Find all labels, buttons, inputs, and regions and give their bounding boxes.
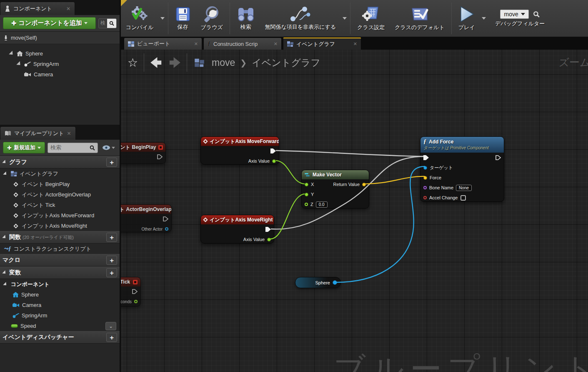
name-pin-in[interactable] xyxy=(423,186,427,189)
section-variables[interactable]: 変数 ＋ xyxy=(0,266,120,279)
find-label: 検索 xyxy=(240,23,251,31)
play-button[interactable]: プレイ xyxy=(453,0,480,37)
construction-script-row[interactable]: ⤳ƒ コンストラクションスクリプト xyxy=(0,244,120,254)
variable-row-sphere[interactable]: Sphere xyxy=(0,289,120,300)
target-pin-in[interactable] xyxy=(423,166,427,170)
close-icon[interactable]: ✕ xyxy=(353,41,357,47)
float-pin-out[interactable] xyxy=(134,300,138,303)
event-label: インプットAxis MoveRight xyxy=(22,222,87,230)
close-icon[interactable]: ✕ xyxy=(274,41,278,47)
tab-viewport[interactable]: ビューポート ✕ xyxy=(124,38,202,50)
section-graphs-label: グラフ xyxy=(9,158,27,166)
section-macros[interactable]: マクロ ＋ xyxy=(0,254,120,266)
tab-event-graph[interactable]: イベントグラフ ✕ xyxy=(283,38,361,50)
float-pin-out[interactable] xyxy=(272,159,276,163)
pin-value-input[interactable]: None xyxy=(456,185,472,191)
class-settings-button[interactable]: クラス設定 xyxy=(352,0,390,37)
tree-row-camera[interactable]: Camera xyxy=(0,69,120,80)
node-add-force[interactable]: ƒ Add Force ターゲットは Primitive Component タ… xyxy=(420,136,504,202)
variable-row-springarm[interactable]: SpringArm xyxy=(0,310,120,321)
add-new-button[interactable]: ✚ 新規追加 xyxy=(3,142,45,153)
event-item-moveright[interactable]: インプットAxis MoveRight xyxy=(0,221,120,231)
breadcrumb-current[interactable]: イベントグラフ xyxy=(252,56,320,69)
object-pin-out[interactable] xyxy=(333,280,337,285)
myblueprint-search-input[interactable]: 検索 xyxy=(48,143,98,153)
event-item-beginplay[interactable]: イベント BeginPlay xyxy=(0,179,120,189)
tree-row-sphere[interactable]: Sphere xyxy=(0,48,120,59)
forward-arrow-icon[interactable] xyxy=(168,57,181,68)
hide-unrelated-button[interactable]: 無関係な項目を非表示にする xyxy=(260,0,341,37)
variable-row-speed[interactable]: Speed ⌄ xyxy=(0,321,120,331)
add-dispatcher-button[interactable]: ＋ xyxy=(106,333,117,342)
exec-pin-out[interactable] xyxy=(132,289,138,294)
event-item-moveforward[interactable]: インプットAxis MoveForward xyxy=(0,210,120,221)
checkbox[interactable] xyxy=(460,195,466,201)
bool-pin-in[interactable] xyxy=(423,196,427,199)
chevron-down-icon[interactable] xyxy=(343,17,347,20)
float-pin-in[interactable] xyxy=(305,203,308,206)
exec-pin-out[interactable] xyxy=(495,155,501,160)
node-make-vector[interactable]: Make Vector X Return Value Y Z 0.0 xyxy=(301,170,369,209)
pin-label: Z xyxy=(310,202,313,207)
expander-icon[interactable] xyxy=(9,51,14,56)
tab-construction-script[interactable]: ƒ Construction Scrip ✕ xyxy=(203,38,282,50)
vector-pin-out[interactable] xyxy=(362,183,366,186)
pin-label: Bone Name xyxy=(429,185,453,190)
chevron-down-icon[interactable] xyxy=(482,17,486,20)
node-get-sphere[interactable]: Sphere xyxy=(295,277,341,288)
pin-value-input[interactable]: 0.0 xyxy=(316,201,328,208)
event-graph-canvas[interactable]: ブループリント ズーム- ☆ move ❯ イベントグラフ イベント Begin… xyxy=(121,50,588,372)
section-dispatchers[interactable]: イベントディスパッチャー ＋ xyxy=(0,331,120,344)
tab-my-blueprint[interactable]: マイブループリント ✕ xyxy=(0,126,76,140)
variables-category-components[interactable]: コンポーネント xyxy=(0,279,120,289)
expander-icon[interactable] xyxy=(16,61,22,67)
add-graph-button[interactable]: ＋ xyxy=(106,158,117,167)
components-search-input[interactable]: 検 xyxy=(98,18,117,28)
float-pin-in[interactable] xyxy=(305,183,308,186)
exec-pin-out[interactable] xyxy=(270,148,276,153)
browse-button[interactable]: ブラウズ xyxy=(196,0,228,37)
chevron-down-icon[interactable] xyxy=(160,17,165,20)
exec-pin-out[interactable] xyxy=(265,227,271,232)
self-component-row[interactable]: move(Self) xyxy=(0,32,120,44)
section-graphs[interactable]: グラフ ＋ xyxy=(0,156,120,168)
float-pin-in[interactable] xyxy=(305,193,308,196)
node-event-beginplay[interactable]: イベント BeginPlay xyxy=(121,142,166,164)
exec-pin-in[interactable] xyxy=(423,155,429,160)
node-inputaxis-moveforward[interactable]: インプットAxis MoveForward Axis Value xyxy=(200,136,279,165)
save-button[interactable]: 保存 xyxy=(170,0,196,37)
add-variable-button[interactable]: ＋ xyxy=(106,268,117,277)
float-pin-out[interactable] xyxy=(267,238,271,241)
search-icon[interactable] xyxy=(107,19,116,28)
close-icon[interactable]: ✕ xyxy=(194,41,198,47)
object-pin-out[interactable] xyxy=(165,227,168,231)
add-component-button[interactable]: ✚ コンポーネントを追加 xyxy=(3,17,96,29)
closed-eye-icon[interactable]: ⌄ xyxy=(105,322,116,330)
eventgraph-row[interactable]: イベントグラフ xyxy=(0,168,120,179)
find-button[interactable]: 検索 xyxy=(232,0,260,37)
exec-pin-out[interactable] xyxy=(157,154,163,159)
class-defaults-button[interactable]: クラスのデフォルト xyxy=(390,0,450,37)
variable-row-camera[interactable]: Camera xyxy=(0,300,120,310)
close-icon[interactable]: ✕ xyxy=(66,6,70,12)
view-options-button[interactable] xyxy=(100,144,117,151)
breadcrumb-root[interactable]: move xyxy=(212,57,235,68)
back-arrow-icon[interactable] xyxy=(150,57,163,68)
node-event-tick[interactable]: イベント Tick Delta Seconds xyxy=(121,277,141,307)
add-macro-button[interactable]: ＋ xyxy=(106,256,117,265)
search-icon[interactable] xyxy=(533,11,540,18)
node-event-actorbeginoverlap[interactable]: イベント ActorBeginOverlap Other Actor xyxy=(121,204,172,232)
vector-pin-in[interactable] xyxy=(423,176,427,180)
debug-object-select[interactable]: move xyxy=(500,10,528,19)
event-item-actorbeginoverlap[interactable]: イベント ActorBeginOverlap xyxy=(0,189,120,200)
tree-row-springarm[interactable]: SpringArm xyxy=(0,59,120,69)
favorite-star-icon[interactable]: ☆ xyxy=(128,56,138,70)
node-inputaxis-moveright[interactable]: インプットAxis MoveRight Axis Value xyxy=(200,215,274,244)
section-functions[interactable]: 関数 (20 オーバーライド可能) ＋ xyxy=(0,231,120,244)
add-function-button[interactable]: ＋ xyxy=(106,233,117,242)
expander-icon[interactable] xyxy=(3,171,8,176)
event-item-tick[interactable]: イベント Tick xyxy=(0,200,120,210)
exec-pin-out[interactable] xyxy=(163,216,168,221)
close-icon[interactable]: ✕ xyxy=(67,131,71,136)
tab-components[interactable]: コンポーネント ✕ xyxy=(0,2,75,15)
